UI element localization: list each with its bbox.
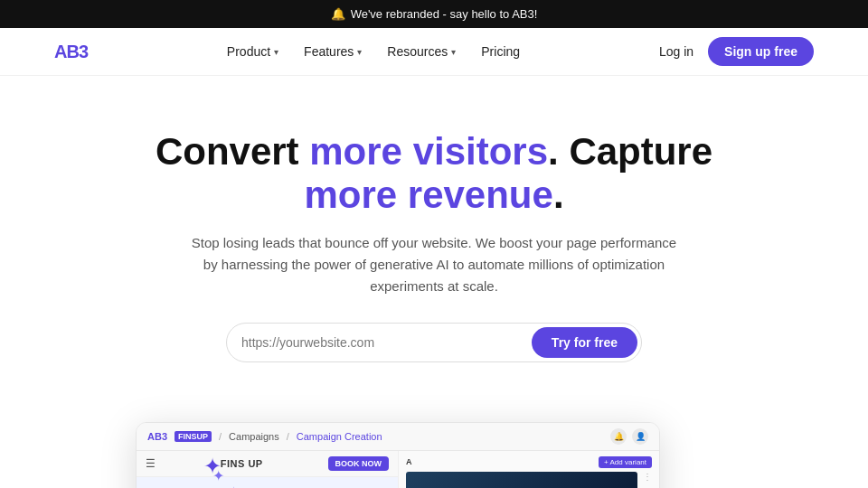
logo[interactable]: AB3 — [54, 42, 88, 62]
panel-title: FINS UP — [221, 458, 263, 469]
signup-button[interactable]: Sign up free — [708, 37, 814, 66]
hero-highlight1: more visitors — [309, 130, 548, 173]
nav-links: Product ▾ Features ▾ Resources ▾ Pricing — [227, 44, 520, 59]
nav-link-resources[interactable]: Resources ▾ — [387, 44, 456, 59]
chevron-down-icon: ▾ — [274, 47, 278, 57]
breadcrumb-campaigns: Campaigns — [229, 431, 279, 442]
star-icon-small: ✦ — [212, 467, 224, 484]
hero-title-middle: . Capture — [548, 130, 712, 173]
login-button[interactable]: Log in — [659, 44, 693, 59]
announcement-bar: 🔔 We've rebranded - say hello to AB3! — [0, 0, 868, 28]
announcement-text: We've rebranded - say hello to AB3! — [351, 7, 538, 21]
variant-a-section: A + Add variant ⋮ — [399, 451, 659, 488]
breadcrumb-sep1: / — [219, 431, 222, 442]
browser-bar: AB3 FINSUP / Campaigns / Campaign Creati… — [137, 423, 659, 451]
nav-actions: Log in Sign up free — [659, 37, 814, 66]
hero-title-prefix: Convert — [156, 130, 309, 173]
bell-icon: 🔔 — [610, 428, 627, 445]
section-a-header: A + Add variant — [406, 456, 652, 468]
star-icon-large: ✦ — [222, 481, 246, 488]
nav-link-product[interactable]: Product ▾ — [227, 44, 278, 59]
nav-link-pricing[interactable]: Pricing — [481, 44, 520, 59]
section-a-title: A — [406, 457, 412, 466]
nav-item-pricing[interactable]: Pricing — [481, 44, 520, 59]
breadcrumb-tag: FINSUP — [175, 431, 212, 442]
breadcrumb-sep2: / — [287, 431, 289, 442]
add-variant-button[interactable]: + Add variant — [599, 456, 652, 468]
right-panel: A + Add variant ⋮ Suggested variants − — [399, 451, 659, 488]
hero-section: Convert more visitors. Capture more reve… — [0, 76, 868, 389]
left-panel: ☰ FINS UP BOOK NOW FINS UP Dolphins at y… — [137, 451, 399, 488]
dashboard-logo: AB3 — [147, 431, 167, 442]
try-for-free-button[interactable]: Try for free — [532, 327, 637, 358]
left-panel-header: ☰ FINS UP BOOK NOW — [137, 451, 398, 477]
url-input[interactable] — [241, 335, 532, 350]
nav-item-features[interactable]: Features ▾ — [304, 44, 362, 59]
chevron-down-icon: ▾ — [357, 47, 362, 57]
avatar-icon: 👤 — [632, 428, 648, 445]
hero-subtitle: Stop losing leads that bounce off your w… — [190, 232, 678, 297]
book-now-button[interactable]: BOOK NOW — [328, 456, 390, 471]
variant-a-menu[interactable]: ⋮ — [643, 472, 652, 482]
navigation: AB3 Product ▾ Features ▾ Resources ▾ Pri… — [0, 28, 868, 76]
hero-highlight2: more revenue — [304, 174, 552, 216]
browser-actions: 🔔 👤 — [610, 428, 648, 445]
hero-title: Convert more visitors. Capture more reve… — [108, 130, 760, 218]
nav-link-features[interactable]: Features ▾ — [304, 44, 362, 59]
hamburger-icon[interactable]: ☰ — [146, 457, 156, 470]
nav-item-product[interactable]: Product ▾ — [227, 44, 278, 59]
variant-a-content: ⋮ — [406, 472, 652, 488]
cta-bar: Try for free — [226, 323, 642, 362]
breadcrumb-active: Campaign Creation — [297, 431, 382, 442]
bell-icon: 🔔 — [331, 7, 345, 21]
chevron-down-icon: ▾ — [451, 47, 456, 57]
dashboard-section: ✦ ✦ ✦ AB3 FINSUP / Campaigns / Campaign … — [27, 422, 841, 488]
nav-item-resources[interactable]: Resources ▾ — [387, 44, 456, 59]
hero-content-panel: FINS UP Dolphins at yourdoorstep Get to … — [137, 477, 398, 488]
variant-a-image — [406, 472, 637, 488]
hero-title-suffix: . — [553, 174, 564, 216]
